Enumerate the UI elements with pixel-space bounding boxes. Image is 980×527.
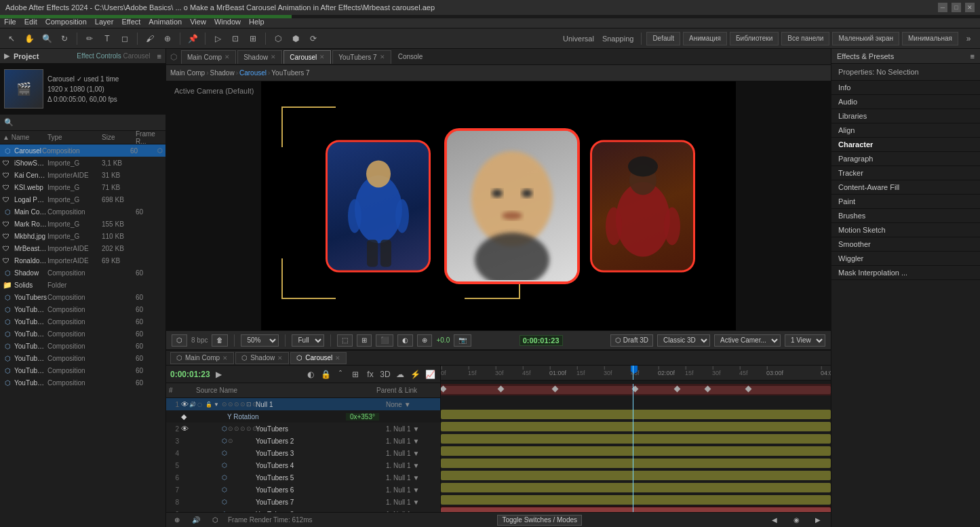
panel-collapse-icon[interactable]: ▶: [4, 52, 9, 60]
panel-menu-icon[interactable]: ≡: [157, 52, 161, 60]
zoom-dropdown[interactable]: 50% 100%: [241, 334, 279, 347]
tl-tab-shadow-close[interactable]: ✕: [277, 355, 283, 362]
tool-clone[interactable]: ⊕: [160, 31, 175, 46]
tool-hand[interactable]: ✋: [22, 31, 37, 46]
menu-layer[interactable]: Layer: [95, 18, 114, 26]
draft-3d-btn[interactable]: ⬡ Draft 3D: [610, 334, 653, 347]
tl-tab-shadow[interactable]: ⬡ Shadow ✕: [235, 352, 289, 364]
camera-dropdown[interactable]: Active Camer...: [714, 334, 781, 347]
prop-keyframe-btn[interactable]: ◆: [181, 412, 189, 421]
panel-mask-interpolation[interactable]: Mask Interpolation ...: [831, 266, 980, 280]
tool-brush[interactable]: 🖌: [142, 31, 157, 46]
view-channels-btn[interactable]: ◐: [397, 334, 413, 347]
maximize-button[interactable]: □: [952, 3, 961, 12]
tl-ctrl-shy[interactable]: ˆ: [334, 368, 347, 380]
prop-value[interactable]: 0x+353°: [346, 413, 379, 421]
breadcrumb-carousel[interactable]: Carousel: [239, 69, 267, 77]
list-item-shadow[interactable]: ⬡ Shadow Composition 60: [0, 267, 165, 279]
tab-shadow-close[interactable]: ✕: [271, 54, 276, 60]
layer-expand-icon[interactable]: ▼: [214, 402, 219, 408]
workspace-default[interactable]: Default: [646, 32, 680, 45]
tl-nav-center[interactable]: ◉: [789, 513, 804, 528]
tl-nav-right[interactable]: ▶: [810, 513, 825, 528]
tl-ctrl-solo[interactable]: ◐: [305, 368, 317, 380]
search-input[interactable]: [16, 119, 161, 127]
panel-content-aware-fill[interactable]: Content-Aware Fill: [831, 180, 980, 195]
list-item-youtubers7[interactable]: ⬡ YouТubers 7 Composition 60: [0, 364, 165, 376]
tool-pen[interactable]: ✏: [82, 31, 97, 46]
camera-snapshot-btn[interactable]: 📷: [454, 334, 471, 347]
workspace-more[interactable]: »: [961, 31, 976, 46]
tl-frame-advance[interactable]: ▶: [213, 368, 225, 380]
tl-ctrl-motion-blur[interactable]: ☁: [394, 368, 406, 380]
tl-tab-maincomp[interactable]: ⬡ Main Comp ✕: [170, 352, 234, 364]
workspace-animation[interactable]: Анимация: [683, 32, 727, 45]
list-item-ksi[interactable]: 🛡 KSI.webp Importe_G 71 KB: [0, 181, 165, 193]
tab-carousel[interactable]: Carousel ✕: [283, 50, 331, 64]
panel-align[interactable]: Align: [831, 123, 980, 138]
tool-3d-2[interactable]: ⬢: [288, 31, 303, 46]
vis-icon-2[interactable]: 👁: [181, 425, 189, 433]
switch-4[interactable]: ⊙: [240, 401, 246, 408]
panel-info[interactable]: Info: [831, 81, 980, 95]
tool-text[interactable]: T: [100, 31, 115, 46]
window-controls[interactable]: ─ □ ✕: [938, 3, 975, 12]
panel-tracker[interactable]: Tracker: [831, 166, 980, 180]
tab-youtubers7[interactable]: YouТubers 7 ✕: [332, 50, 391, 64]
solo-icon[interactable]: ◌: [197, 402, 205, 408]
panel-wiggler[interactable]: Wiggler: [831, 252, 980, 266]
view-grid-btn[interactable]: ⊞: [357, 334, 372, 347]
panel-motion-sketch[interactable]: Motion Sketch: [831, 223, 980, 237]
viewer-transform-icon[interactable]: ⬡: [172, 334, 187, 347]
list-item-solids[interactable]: 📁 Solids Folder: [0, 279, 165, 291]
panel-paint[interactable]: Paint: [831, 195, 980, 209]
list-item-ronaldo[interactable]: 🛡 Ronaldo.webp ImporterAIDE 69 KB: [0, 254, 165, 267]
tool-3d-1[interactable]: ⬡: [271, 31, 286, 46]
panel-audio[interactable]: Audio: [831, 95, 980, 109]
menu-help[interactable]: Help: [249, 18, 264, 26]
viewer-render-btn[interactable]: 🗑: [212, 334, 228, 347]
close-button[interactable]: ✕: [965, 3, 975, 12]
sort-icon[interactable]: ▲: [3, 134, 9, 141]
list-item-logalpaul[interactable]: 🛡 Logal Paul.jpg Importe_G 698 KB: [0, 193, 165, 206]
tl-tab-carousel-close[interactable]: ✕: [335, 355, 340, 362]
list-item-ishowspeed[interactable]: 🛡 iShowSpeed.jpg Importe_G 3,1 KB: [0, 157, 165, 169]
tool-zoom[interactable]: 🔍: [39, 31, 54, 46]
project-search-bar[interactable]: 🔍: [0, 115, 165, 131]
list-item-markrober[interactable]: 🛡 Mark Rober.jpg Importe_G 155 KB: [0, 218, 165, 230]
menu-edit[interactable]: Edit: [24, 18, 37, 26]
menu-window[interactable]: Window: [214, 18, 241, 26]
tab-shadow[interactable]: Shadow ✕: [237, 50, 282, 64]
tl-layer-2[interactable]: 2 👁 ⬡ ⊙ ⊙ ⊙ ⊙ ⊙: [166, 423, 440, 435]
menu-effect[interactable]: Effect: [121, 18, 140, 26]
tl-ctrl-frame-blend[interactable]: ⚡: [409, 368, 421, 380]
switch-5[interactable]: ⊡: [246, 401, 252, 408]
tl-layer-6[interactable]: 6 ⬡ YouТubers 5 1. Null 1 ▼: [166, 471, 440, 484]
list-item-youtubers8[interactable]: ⬡ YouТubers 8 Composition 60: [0, 376, 165, 389]
breadcrumb-youtubers7[interactable]: YouТubers 7: [271, 69, 309, 77]
workspace-minimal[interactable]: Минимальная: [902, 32, 958, 45]
panel-smoother[interactable]: Smoother: [831, 237, 980, 252]
renderer-dropdown[interactable]: Classic 3D: [657, 334, 710, 347]
list-item-youtubers2[interactable]: ⬡ YouТubers 2 Composition 60: [0, 303, 165, 315]
tab-main-comp[interactable]: Main Comp ✕: [181, 50, 236, 64]
menu-composition[interactable]: Composition: [45, 18, 87, 26]
tl-tab-maincomp-close[interactable]: ✕: [222, 355, 228, 362]
list-item-youtubers6[interactable]: ⬡ YouТubers 6 Composition 60: [0, 352, 165, 364]
tl-nav-left[interactable]: ◀: [767, 513, 782, 528]
view-checkerboard-btn[interactable]: ⬛: [376, 334, 393, 347]
breadcrumb-maincomp[interactable]: Main Comp: [170, 69, 205, 77]
panel-libraries[interactable]: Libraries: [831, 109, 980, 123]
lock-icon[interactable]: 🔓: [205, 402, 214, 408]
view-color-btn[interactable]: ⊕: [417, 334, 432, 347]
switch-1[interactable]: ⊙: [222, 401, 227, 408]
panel-paragraph[interactable]: Paragraph: [831, 152, 980, 166]
toggle-switches-modes[interactable]: Toggle Switches / Modes: [497, 515, 582, 526]
tl-btn-cache[interactable]: ⬡: [210, 513, 221, 528]
audio-icon[interactable]: 🔊: [189, 402, 197, 408]
panel-brushes[interactable]: Brushes: [831, 209, 980, 223]
tl-tab-carousel[interactable]: ⬡ Carousel ✕: [290, 352, 347, 364]
workspace-all-panels[interactable]: Все панели: [781, 32, 829, 45]
list-item-mrbeast[interactable]: 🛡 MrBeast.webp ImporterAIDE 202 KB: [0, 242, 165, 254]
menu-file[interactable]: File: [4, 18, 16, 26]
